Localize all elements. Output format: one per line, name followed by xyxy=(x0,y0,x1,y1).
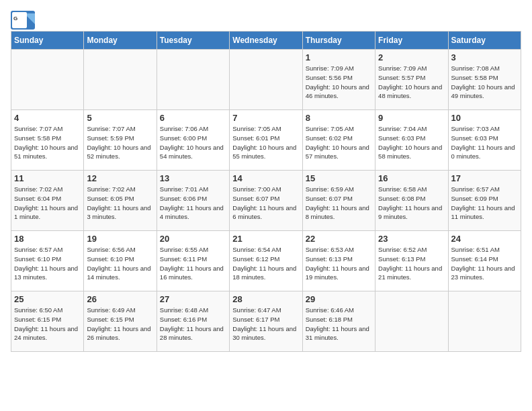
svg-text:G: G xyxy=(13,15,17,21)
calendar-header-row: SundayMondayTuesdayWednesdayThursdayFrid… xyxy=(11,32,521,50)
day-info: Sunrise: 6:54 AM Sunset: 6:12 PM Dayligh… xyxy=(232,245,299,282)
calendar-week-row: 18Sunrise: 6:57 AM Sunset: 6:10 PM Dayli… xyxy=(11,231,521,291)
calendar-cell: 9Sunrise: 7:04 AM Sunset: 6:03 PM Daylig… xyxy=(375,110,448,171)
calendar-cell: 19Sunrise: 6:56 AM Sunset: 6:10 PM Dayli… xyxy=(84,231,157,291)
day-number: 8 xyxy=(306,113,372,123)
day-number: 16 xyxy=(378,173,445,183)
day-number: 2 xyxy=(378,52,445,62)
day-info: Sunrise: 6:53 AM Sunset: 6:13 PM Dayligh… xyxy=(306,245,372,282)
column-header-friday: Friday xyxy=(375,32,448,50)
calendar-cell xyxy=(448,291,521,352)
calendar-cell xyxy=(11,50,84,110)
calendar-cell: 16Sunrise: 6:58 AM Sunset: 6:08 PM Dayli… xyxy=(375,171,448,231)
day-info: Sunrise: 6:49 AM Sunset: 6:15 PM Dayligh… xyxy=(87,306,153,342)
day-number: 21 xyxy=(232,234,299,244)
calendar-cell: 6Sunrise: 7:06 AM Sunset: 6:00 PM Daylig… xyxy=(157,110,229,171)
day-number: 9 xyxy=(378,113,445,123)
day-number: 6 xyxy=(160,113,226,123)
column-header-tuesday: Tuesday xyxy=(157,32,229,50)
logo-icon: G xyxy=(11,11,30,26)
calendar-cell: 12Sunrise: 7:02 AM Sunset: 6:05 PM Dayli… xyxy=(84,171,157,231)
day-number: 20 xyxy=(160,234,226,244)
calendar-cell: 18Sunrise: 6:57 AM Sunset: 6:10 PM Dayli… xyxy=(11,231,84,291)
calendar-cell: 20Sunrise: 6:55 AM Sunset: 6:11 PM Dayli… xyxy=(157,231,229,291)
day-number: 18 xyxy=(14,234,81,244)
calendar-cell: 10Sunrise: 7:03 AM Sunset: 6:03 PM Dayli… xyxy=(448,110,521,171)
column-header-monday: Monday xyxy=(84,32,157,50)
day-number: 11 xyxy=(14,173,81,183)
calendar-week-row: 25Sunrise: 6:50 AM Sunset: 6:15 PM Dayli… xyxy=(11,291,521,352)
page-header: G xyxy=(11,11,521,26)
calendar-week-row: 1Sunrise: 7:09 AM Sunset: 5:56 PM Daylig… xyxy=(11,50,521,110)
day-info: Sunrise: 7:02 AM Sunset: 6:04 PM Dayligh… xyxy=(14,185,81,222)
day-number: 12 xyxy=(87,173,153,183)
calendar-body: 1Sunrise: 7:09 AM Sunset: 5:56 PM Daylig… xyxy=(11,50,521,352)
day-info: Sunrise: 6:55 AM Sunset: 6:11 PM Dayligh… xyxy=(160,245,226,282)
day-info: Sunrise: 6:57 AM Sunset: 6:10 PM Dayligh… xyxy=(14,245,81,282)
day-info: Sunrise: 6:52 AM Sunset: 6:13 PM Dayligh… xyxy=(378,245,445,282)
calendar-cell: 8Sunrise: 7:05 AM Sunset: 6:02 PM Daylig… xyxy=(302,110,375,171)
day-info: Sunrise: 7:08 AM Sunset: 5:58 PM Dayligh… xyxy=(451,64,518,101)
logo: G xyxy=(11,11,32,26)
day-info: Sunrise: 7:09 AM Sunset: 5:56 PM Dayligh… xyxy=(306,64,372,101)
calendar-cell: 22Sunrise: 6:53 AM Sunset: 6:13 PM Dayli… xyxy=(302,231,375,291)
day-number: 10 xyxy=(451,113,518,123)
day-info: Sunrise: 6:57 AM Sunset: 6:09 PM Dayligh… xyxy=(451,185,518,222)
calendar-week-row: 11Sunrise: 7:02 AM Sunset: 6:04 PM Dayli… xyxy=(11,171,521,231)
day-number: 26 xyxy=(87,294,153,304)
day-info: Sunrise: 6:47 AM Sunset: 6:17 PM Dayligh… xyxy=(232,306,299,342)
calendar-cell: 17Sunrise: 6:57 AM Sunset: 6:09 PM Dayli… xyxy=(448,171,521,231)
day-number: 1 xyxy=(306,52,372,62)
calendar-cell: 13Sunrise: 7:01 AM Sunset: 6:06 PM Dayli… xyxy=(157,171,229,231)
day-number: 17 xyxy=(451,173,518,183)
calendar-week-row: 4Sunrise: 7:07 AM Sunset: 5:58 PM Daylig… xyxy=(11,110,521,171)
calendar-cell: 21Sunrise: 6:54 AM Sunset: 6:12 PM Dayli… xyxy=(230,231,302,291)
calendar-cell: 4Sunrise: 7:07 AM Sunset: 5:58 PM Daylig… xyxy=(11,110,84,171)
day-info: Sunrise: 7:07 AM Sunset: 5:59 PM Dayligh… xyxy=(87,124,153,161)
day-number: 22 xyxy=(306,234,372,244)
calendar-cell: 2Sunrise: 7:09 AM Sunset: 5:57 PM Daylig… xyxy=(375,50,448,110)
day-number: 24 xyxy=(451,234,518,244)
day-number: 7 xyxy=(232,113,299,123)
day-info: Sunrise: 6:56 AM Sunset: 6:10 PM Dayligh… xyxy=(87,245,153,282)
day-info: Sunrise: 7:06 AM Sunset: 6:00 PM Dayligh… xyxy=(160,124,226,161)
calendar-cell: 24Sunrise: 6:51 AM Sunset: 6:14 PM Dayli… xyxy=(448,231,521,291)
column-header-wednesday: Wednesday xyxy=(230,32,302,50)
calendar-cell: 29Sunrise: 6:46 AM Sunset: 6:18 PM Dayli… xyxy=(302,291,375,352)
calendar-cell: 7Sunrise: 7:05 AM Sunset: 6:01 PM Daylig… xyxy=(230,110,302,171)
day-info: Sunrise: 7:03 AM Sunset: 6:03 PM Dayligh… xyxy=(451,124,518,161)
day-info: Sunrise: 7:01 AM Sunset: 6:06 PM Dayligh… xyxy=(160,185,226,222)
column-header-sunday: Sunday xyxy=(11,32,84,50)
calendar-cell: 28Sunrise: 6:47 AM Sunset: 6:17 PM Dayli… xyxy=(230,291,302,352)
calendar-cell: 5Sunrise: 7:07 AM Sunset: 5:59 PM Daylig… xyxy=(84,110,157,171)
day-info: Sunrise: 6:48 AM Sunset: 6:16 PM Dayligh… xyxy=(160,306,226,342)
calendar-cell xyxy=(84,50,157,110)
calendar-cell: 15Sunrise: 6:59 AM Sunset: 6:07 PM Dayli… xyxy=(302,171,375,231)
column-header-saturday: Saturday xyxy=(448,32,521,50)
day-number: 14 xyxy=(232,173,299,183)
day-number: 29 xyxy=(306,294,372,304)
calendar-cell: 11Sunrise: 7:02 AM Sunset: 6:04 PM Dayli… xyxy=(11,171,84,231)
calendar-cell: 26Sunrise: 6:49 AM Sunset: 6:15 PM Dayli… xyxy=(84,291,157,352)
day-info: Sunrise: 7:05 AM Sunset: 6:02 PM Dayligh… xyxy=(306,124,372,161)
calendar-cell xyxy=(230,50,302,110)
day-info: Sunrise: 6:58 AM Sunset: 6:08 PM Dayligh… xyxy=(378,185,445,222)
day-info: Sunrise: 6:50 AM Sunset: 6:15 PM Dayligh… xyxy=(14,306,81,342)
column-header-thursday: Thursday xyxy=(302,32,375,50)
calendar-cell xyxy=(375,291,448,352)
day-number: 13 xyxy=(160,173,226,183)
day-number: 3 xyxy=(451,52,518,62)
calendar-cell: 27Sunrise: 6:48 AM Sunset: 6:16 PM Dayli… xyxy=(157,291,229,352)
day-number: 19 xyxy=(87,234,153,244)
day-number: 4 xyxy=(14,113,81,123)
calendar-cell: 3Sunrise: 7:08 AM Sunset: 5:58 PM Daylig… xyxy=(448,50,521,110)
day-info: Sunrise: 7:02 AM Sunset: 6:05 PM Dayligh… xyxy=(87,185,153,222)
day-number: 28 xyxy=(232,294,299,304)
day-info: Sunrise: 6:46 AM Sunset: 6:18 PM Dayligh… xyxy=(306,306,372,342)
day-number: 15 xyxy=(306,173,372,183)
calendar-cell: 25Sunrise: 6:50 AM Sunset: 6:15 PM Dayli… xyxy=(11,291,84,352)
day-info: Sunrise: 6:59 AM Sunset: 6:07 PM Dayligh… xyxy=(306,185,372,222)
day-number: 27 xyxy=(160,294,226,304)
day-number: 25 xyxy=(14,294,81,304)
day-info: Sunrise: 7:04 AM Sunset: 6:03 PM Dayligh… xyxy=(378,124,445,161)
